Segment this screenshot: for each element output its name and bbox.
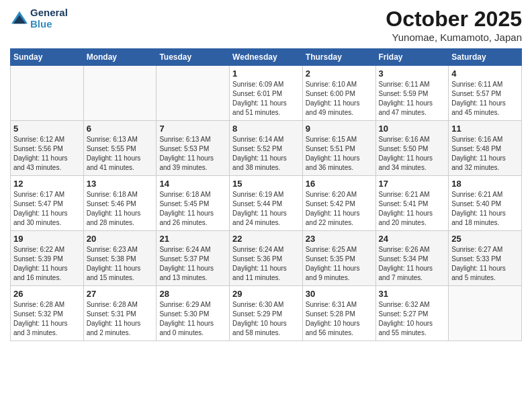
day-info: Sunrise: 6:11 AM Sunset: 5:59 PM Dayligh… xyxy=(379,80,446,118)
day-info: Sunrise: 6:13 AM Sunset: 5:55 PM Dayligh… xyxy=(87,135,154,173)
day-number: 2 xyxy=(306,68,373,79)
calendar-cell: 8Sunrise: 6:14 AM Sunset: 5:52 PM Daylig… xyxy=(230,121,303,176)
calendar-cell: 5Sunrise: 6:12 AM Sunset: 5:56 PM Daylig… xyxy=(11,121,84,176)
day-number: 7 xyxy=(159,124,226,134)
day-number: 21 xyxy=(159,234,226,244)
calendar-table: SundayMondayTuesdayWednesdayThursdayFrid… xyxy=(10,48,522,341)
calendar-cell: 26Sunrise: 6:28 AM Sunset: 5:32 PM Dayli… xyxy=(11,286,84,341)
weekday-header-saturday: Saturday xyxy=(449,49,522,66)
calendar-cell: 7Sunrise: 6:13 AM Sunset: 5:53 PM Daylig… xyxy=(157,121,230,176)
weekday-header-monday: Monday xyxy=(83,49,157,66)
calendar-cell: 24Sunrise: 6:26 AM Sunset: 5:34 PM Dayli… xyxy=(375,231,449,286)
weekday-header-tuesday: Tuesday xyxy=(157,49,230,66)
location: Yunomae, Kumamoto, Japan xyxy=(386,32,522,43)
calendar-cell xyxy=(83,66,157,121)
week-row-4: 19Sunrise: 6:22 AM Sunset: 5:39 PM Dayli… xyxy=(11,231,522,286)
weekday-header-row: SundayMondayTuesdayWednesdayThursdayFrid… xyxy=(11,49,522,66)
day-number: 8 xyxy=(232,124,300,134)
day-info: Sunrise: 6:29 AM Sunset: 5:30 PM Dayligh… xyxy=(159,300,226,338)
day-number: 16 xyxy=(306,179,373,189)
header: General Blue October 2025 Yunomae, Kumam… xyxy=(10,7,522,43)
day-number: 3 xyxy=(379,68,446,79)
weekday-header-sunday: Sunday xyxy=(11,49,84,66)
calendar-cell xyxy=(157,66,230,121)
day-info: Sunrise: 6:15 AM Sunset: 5:51 PM Dayligh… xyxy=(306,135,373,173)
day-number: 14 xyxy=(159,179,226,189)
week-row-2: 5Sunrise: 6:12 AM Sunset: 5:56 PM Daylig… xyxy=(11,121,522,176)
day-number: 13 xyxy=(87,179,154,189)
logo-icon xyxy=(10,10,29,26)
calendar-cell: 1Sunrise: 6:09 AM Sunset: 6:01 PM Daylig… xyxy=(230,66,303,121)
day-info: Sunrise: 6:25 AM Sunset: 5:35 PM Dayligh… xyxy=(306,245,373,283)
day-number: 29 xyxy=(232,289,300,299)
calendar-cell xyxy=(449,286,522,341)
day-number: 1 xyxy=(232,68,300,79)
day-info: Sunrise: 6:28 AM Sunset: 5:32 PM Dayligh… xyxy=(13,300,81,338)
calendar-cell: 31Sunrise: 6:32 AM Sunset: 5:27 PM Dayli… xyxy=(375,286,449,341)
day-number: 10 xyxy=(379,124,446,134)
day-info: Sunrise: 6:16 AM Sunset: 5:48 PM Dayligh… xyxy=(451,135,519,173)
calendar-cell: 11Sunrise: 6:16 AM Sunset: 5:48 PM Dayli… xyxy=(449,121,522,176)
day-info: Sunrise: 6:32 AM Sunset: 5:27 PM Dayligh… xyxy=(379,300,446,338)
day-number: 6 xyxy=(87,124,154,134)
calendar-cell: 18Sunrise: 6:21 AM Sunset: 5:40 PM Dayli… xyxy=(449,176,522,231)
day-number: 23 xyxy=(306,234,373,244)
calendar-cell: 4Sunrise: 6:11 AM Sunset: 5:57 PM Daylig… xyxy=(449,66,522,121)
month-title: October 2025 xyxy=(386,7,522,32)
day-info: Sunrise: 6:18 AM Sunset: 5:46 PM Dayligh… xyxy=(87,190,154,228)
calendar-cell: 28Sunrise: 6:29 AM Sunset: 5:30 PM Dayli… xyxy=(157,286,230,341)
day-info: Sunrise: 6:09 AM Sunset: 6:01 PM Dayligh… xyxy=(232,80,300,118)
calendar-cell: 14Sunrise: 6:18 AM Sunset: 5:45 PM Dayli… xyxy=(157,176,230,231)
day-info: Sunrise: 6:14 AM Sunset: 5:52 PM Dayligh… xyxy=(232,135,300,173)
calendar-cell xyxy=(11,66,84,121)
calendar-cell: 6Sunrise: 6:13 AM Sunset: 5:55 PM Daylig… xyxy=(83,121,157,176)
day-number: 26 xyxy=(13,289,81,299)
day-info: Sunrise: 6:20 AM Sunset: 5:42 PM Dayligh… xyxy=(306,190,373,228)
day-info: Sunrise: 6:26 AM Sunset: 5:34 PM Dayligh… xyxy=(379,245,446,283)
week-row-3: 12Sunrise: 6:17 AM Sunset: 5:47 PM Dayli… xyxy=(11,176,522,231)
calendar-cell: 30Sunrise: 6:31 AM Sunset: 5:28 PM Dayli… xyxy=(302,286,375,341)
day-info: Sunrise: 6:30 AM Sunset: 5:29 PM Dayligh… xyxy=(232,300,300,338)
day-info: Sunrise: 6:10 AM Sunset: 6:00 PM Dayligh… xyxy=(306,80,373,118)
calendar-cell: 19Sunrise: 6:22 AM Sunset: 5:39 PM Dayli… xyxy=(11,231,84,286)
day-info: Sunrise: 6:23 AM Sunset: 5:38 PM Dayligh… xyxy=(87,245,154,283)
weekday-header-thursday: Thursday xyxy=(302,49,375,66)
day-number: 25 xyxy=(451,234,519,244)
day-info: Sunrise: 6:24 AM Sunset: 5:37 PM Dayligh… xyxy=(159,245,226,283)
day-number: 27 xyxy=(87,289,154,299)
day-info: Sunrise: 6:31 AM Sunset: 5:28 PM Dayligh… xyxy=(306,300,373,338)
day-info: Sunrise: 6:21 AM Sunset: 5:40 PM Dayligh… xyxy=(451,190,519,228)
week-row-1: 1Sunrise: 6:09 AM Sunset: 6:01 PM Daylig… xyxy=(11,66,522,121)
day-number: 18 xyxy=(451,179,519,189)
week-row-5: 26Sunrise: 6:28 AM Sunset: 5:32 PM Dayli… xyxy=(11,286,522,341)
day-number: 4 xyxy=(451,68,519,79)
day-number: 17 xyxy=(379,179,446,189)
day-info: Sunrise: 6:11 AM Sunset: 5:57 PM Dayligh… xyxy=(451,80,519,118)
day-info: Sunrise: 6:21 AM Sunset: 5:41 PM Dayligh… xyxy=(379,190,446,228)
day-info: Sunrise: 6:27 AM Sunset: 5:33 PM Dayligh… xyxy=(451,245,519,283)
day-number: 20 xyxy=(87,234,154,244)
calendar-cell: 2Sunrise: 6:10 AM Sunset: 6:00 PM Daylig… xyxy=(302,66,375,121)
calendar-cell: 27Sunrise: 6:28 AM Sunset: 5:31 PM Dayli… xyxy=(83,286,157,341)
logo: General Blue xyxy=(10,7,68,30)
calendar-cell: 9Sunrise: 6:15 AM Sunset: 5:51 PM Daylig… xyxy=(302,121,375,176)
calendar-cell: 17Sunrise: 6:21 AM Sunset: 5:41 PM Dayli… xyxy=(375,176,449,231)
calendar-cell: 15Sunrise: 6:19 AM Sunset: 5:44 PM Dayli… xyxy=(230,176,303,231)
logo-text: General Blue xyxy=(30,7,68,30)
day-number: 31 xyxy=(379,289,446,299)
day-number: 28 xyxy=(159,289,226,299)
day-info: Sunrise: 6:16 AM Sunset: 5:50 PM Dayligh… xyxy=(379,135,446,173)
calendar-cell: 13Sunrise: 6:18 AM Sunset: 5:46 PM Dayli… xyxy=(83,176,157,231)
day-number: 12 xyxy=(13,179,81,189)
day-info: Sunrise: 6:19 AM Sunset: 5:44 PM Dayligh… xyxy=(232,190,300,228)
day-number: 22 xyxy=(232,234,300,244)
day-info: Sunrise: 6:13 AM Sunset: 5:53 PM Dayligh… xyxy=(159,135,226,173)
day-number: 19 xyxy=(13,234,81,244)
day-number: 30 xyxy=(306,289,373,299)
calendar-cell: 16Sunrise: 6:20 AM Sunset: 5:42 PM Dayli… xyxy=(302,176,375,231)
day-info: Sunrise: 6:28 AM Sunset: 5:31 PM Dayligh… xyxy=(87,300,154,338)
day-info: Sunrise: 6:17 AM Sunset: 5:47 PM Dayligh… xyxy=(13,190,81,228)
calendar-cell: 23Sunrise: 6:25 AM Sunset: 5:35 PM Dayli… xyxy=(302,231,375,286)
day-info: Sunrise: 6:12 AM Sunset: 5:56 PM Dayligh… xyxy=(13,135,81,173)
calendar-cell: 10Sunrise: 6:16 AM Sunset: 5:50 PM Dayli… xyxy=(375,121,449,176)
